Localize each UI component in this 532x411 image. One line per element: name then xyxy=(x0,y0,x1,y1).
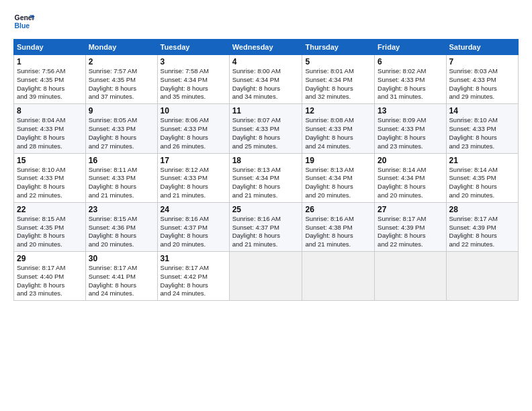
day-info: Sunrise: 8:04 AM Sunset: 4:33 PM Dayligh… xyxy=(17,116,83,150)
day-number: 1 xyxy=(17,57,83,66)
calendar-cell: 15Sunrise: 8:10 AM Sunset: 4:33 PM Dayli… xyxy=(14,153,86,202)
day-info: Sunrise: 8:10 AM Sunset: 4:33 PM Dayligh… xyxy=(449,116,515,150)
calendar-cell: 30Sunrise: 8:17 AM Sunset: 4:41 PM Dayli… xyxy=(85,252,157,301)
page: General Blue SundayMondayTuesdayWednesda… xyxy=(0,0,532,411)
calendar-header-row: SundayMondayTuesdayWednesdayThursdayFrid… xyxy=(14,40,519,55)
calendar-cell: 19Sunrise: 8:13 AM Sunset: 4:34 PM Dayli… xyxy=(302,153,375,202)
day-number: 23 xyxy=(89,205,154,214)
calendar-cell xyxy=(446,252,518,301)
day-info: Sunrise: 8:02 AM Sunset: 4:33 PM Dayligh… xyxy=(378,67,443,101)
day-number: 12 xyxy=(305,106,371,116)
calendar-cell: 2Sunrise: 7:57 AM Sunset: 4:35 PM Daylig… xyxy=(85,55,157,104)
calendar-cell: 26Sunrise: 8:16 AM Sunset: 4:38 PM Dayli… xyxy=(302,202,375,251)
day-info: Sunrise: 8:12 AM Sunset: 4:33 PM Dayligh… xyxy=(161,166,226,200)
calendar-cell: 9Sunrise: 8:05 AM Sunset: 4:33 PM Daylig… xyxy=(85,104,157,153)
day-info: Sunrise: 8:10 AM Sunset: 4:33 PM Dayligh… xyxy=(17,166,83,200)
header: General Blue xyxy=(13,11,519,32)
day-info: Sunrise: 8:06 AM Sunset: 4:33 PM Dayligh… xyxy=(161,116,226,150)
day-info: Sunrise: 8:07 AM Sunset: 4:33 PM Dayligh… xyxy=(232,116,300,150)
day-number: 9 xyxy=(89,106,154,116)
calendar-cell: 7Sunrise: 8:03 AM Sunset: 4:33 PM Daylig… xyxy=(446,55,518,104)
calendar-cell: 27Sunrise: 8:17 AM Sunset: 4:39 PM Dayli… xyxy=(375,202,446,251)
calendar-cell: 21Sunrise: 8:14 AM Sunset: 4:35 PM Dayli… xyxy=(446,153,518,202)
day-info: Sunrise: 8:05 AM Sunset: 4:33 PM Dayligh… xyxy=(89,116,154,150)
calendar-cell xyxy=(229,252,302,301)
day-number: 18 xyxy=(232,156,300,165)
day-number: 14 xyxy=(449,106,515,116)
week-row-4: 22Sunrise: 8:15 AM Sunset: 4:35 PM Dayli… xyxy=(14,202,519,251)
calendar-cell: 23Sunrise: 8:15 AM Sunset: 4:36 PM Dayli… xyxy=(85,202,157,251)
day-number: 21 xyxy=(449,156,515,165)
day-info: Sunrise: 8:17 AM Sunset: 4:41 PM Dayligh… xyxy=(89,264,154,298)
day-info: Sunrise: 8:17 AM Sunset: 4:39 PM Dayligh… xyxy=(449,215,515,249)
calendar-cell xyxy=(302,252,375,301)
day-info: Sunrise: 8:13 AM Sunset: 4:34 PM Dayligh… xyxy=(232,166,300,200)
column-header-tuesday: Tuesday xyxy=(157,40,229,55)
day-info: Sunrise: 8:00 AM Sunset: 4:34 PM Dayligh… xyxy=(232,67,300,101)
calendar-cell: 28Sunrise: 8:17 AM Sunset: 4:39 PM Dayli… xyxy=(446,202,518,251)
day-number: 26 xyxy=(305,205,371,214)
calendar-cell: 1Sunrise: 7:56 AM Sunset: 4:35 PM Daylig… xyxy=(14,55,86,104)
day-number: 24 xyxy=(161,205,226,214)
calendar-cell: 3Sunrise: 7:58 AM Sunset: 4:34 PM Daylig… xyxy=(157,55,229,104)
day-number: 16 xyxy=(89,156,154,165)
day-number: 13 xyxy=(378,106,443,116)
day-info: Sunrise: 8:16 AM Sunset: 4:37 PM Dayligh… xyxy=(232,215,300,249)
calendar-cell: 18Sunrise: 8:13 AM Sunset: 4:34 PM Dayli… xyxy=(229,153,302,202)
column-header-sunday: Sunday xyxy=(14,40,86,55)
column-header-saturday: Saturday xyxy=(446,40,518,55)
calendar-cell: 5Sunrise: 8:01 AM Sunset: 4:34 PM Daylig… xyxy=(302,55,375,104)
day-info: Sunrise: 8:16 AM Sunset: 4:37 PM Dayligh… xyxy=(161,215,226,249)
day-number: 6 xyxy=(378,57,443,66)
day-number: 10 xyxy=(161,106,226,116)
day-number: 7 xyxy=(449,57,515,66)
day-number: 15 xyxy=(17,156,83,165)
calendar-cell: 17Sunrise: 8:12 AM Sunset: 4:33 PM Dayli… xyxy=(157,153,229,202)
calendar-cell: 11Sunrise: 8:07 AM Sunset: 4:33 PM Dayli… xyxy=(229,104,302,153)
week-row-5: 29Sunrise: 8:17 AM Sunset: 4:40 PM Dayli… xyxy=(14,252,519,301)
day-info: Sunrise: 8:11 AM Sunset: 4:33 PM Dayligh… xyxy=(89,166,154,200)
day-info: Sunrise: 8:17 AM Sunset: 4:42 PM Dayligh… xyxy=(161,264,226,298)
day-number: 4 xyxy=(232,57,300,66)
week-row-3: 15Sunrise: 8:10 AM Sunset: 4:33 PM Dayli… xyxy=(14,153,519,202)
column-header-friday: Friday xyxy=(375,40,446,55)
day-number: 20 xyxy=(378,156,443,165)
day-number: 22 xyxy=(17,205,83,214)
day-number: 5 xyxy=(305,57,371,66)
day-number: 11 xyxy=(232,106,300,116)
day-info: Sunrise: 7:58 AM Sunset: 4:34 PM Dayligh… xyxy=(161,67,226,101)
day-info: Sunrise: 8:01 AM Sunset: 4:34 PM Dayligh… xyxy=(305,67,371,101)
calendar-cell: 16Sunrise: 8:11 AM Sunset: 4:33 PM Dayli… xyxy=(85,153,157,202)
column-header-wednesday: Wednesday xyxy=(229,40,302,55)
calendar-cell: 12Sunrise: 8:08 AM Sunset: 4:33 PM Dayli… xyxy=(302,104,375,153)
day-number: 19 xyxy=(305,156,371,165)
day-info: Sunrise: 8:15 AM Sunset: 4:35 PM Dayligh… xyxy=(17,215,83,249)
calendar-cell: 13Sunrise: 8:09 AM Sunset: 4:33 PM Dayli… xyxy=(375,104,446,153)
day-info: Sunrise: 8:14 AM Sunset: 4:35 PM Dayligh… xyxy=(449,166,515,200)
calendar-cell: 20Sunrise: 8:14 AM Sunset: 4:34 PM Dayli… xyxy=(375,153,446,202)
calendar-cell: 8Sunrise: 8:04 AM Sunset: 4:33 PM Daylig… xyxy=(14,104,86,153)
calendar-cell: 6Sunrise: 8:02 AM Sunset: 4:33 PM Daylig… xyxy=(375,55,446,104)
week-row-2: 8Sunrise: 8:04 AM Sunset: 4:33 PM Daylig… xyxy=(14,104,519,153)
day-number: 2 xyxy=(89,57,154,66)
calendar-cell: 24Sunrise: 8:16 AM Sunset: 4:37 PM Dayli… xyxy=(157,202,229,251)
calendar-cell: 10Sunrise: 8:06 AM Sunset: 4:33 PM Dayli… xyxy=(157,104,229,153)
calendar-cell: 22Sunrise: 8:15 AM Sunset: 4:35 PM Dayli… xyxy=(14,202,86,251)
day-info: Sunrise: 7:56 AM Sunset: 4:35 PM Dayligh… xyxy=(17,67,83,101)
logo-icon: General Blue xyxy=(13,11,35,32)
day-number: 31 xyxy=(161,254,226,263)
day-info: Sunrise: 8:16 AM Sunset: 4:38 PM Dayligh… xyxy=(305,215,371,249)
calendar-cell xyxy=(375,252,446,301)
calendar-cell: 25Sunrise: 8:16 AM Sunset: 4:37 PM Dayli… xyxy=(229,202,302,251)
calendar-cell: 31Sunrise: 8:17 AM Sunset: 4:42 PM Dayli… xyxy=(157,252,229,301)
day-info: Sunrise: 8:17 AM Sunset: 4:40 PM Dayligh… xyxy=(17,264,83,298)
day-number: 28 xyxy=(449,205,515,214)
svg-text:Blue: Blue xyxy=(15,22,30,30)
calendar-cell: 14Sunrise: 8:10 AM Sunset: 4:33 PM Dayli… xyxy=(446,104,518,153)
column-header-thursday: Thursday xyxy=(302,40,375,55)
day-number: 8 xyxy=(17,106,83,116)
day-info: Sunrise: 8:15 AM Sunset: 4:36 PM Dayligh… xyxy=(89,215,154,249)
day-info: Sunrise: 8:13 AM Sunset: 4:34 PM Dayligh… xyxy=(305,166,371,200)
calendar-cell: 4Sunrise: 8:00 AM Sunset: 4:34 PM Daylig… xyxy=(229,55,302,104)
day-info: Sunrise: 7:57 AM Sunset: 4:35 PM Dayligh… xyxy=(89,67,154,101)
